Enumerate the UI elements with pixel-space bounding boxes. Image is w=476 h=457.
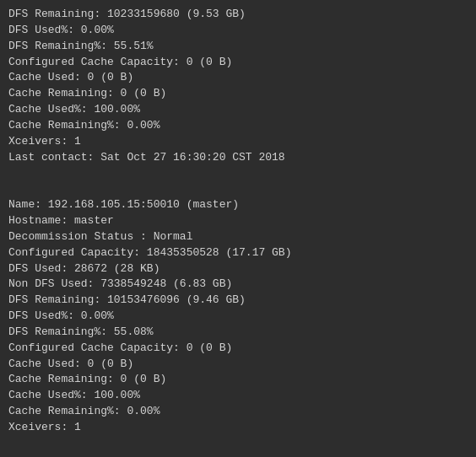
terminal-line: DFS Remaining: 10153476096 (9.46 GB) (8, 293, 468, 309)
empty-line (8, 181, 468, 197)
terminal-line: Cache Remaining: 0 (0 B) (8, 372, 468, 388)
terminal-line: Name: 192.168.105.15:50010 (master) (8, 197, 468, 213)
terminal-line: Last contact: Sat Oct 27 16:30:20 CST 20… (8, 150, 468, 166)
terminal-line: Xceivers: 1 (8, 134, 468, 150)
terminal-line: Cache Remaining%: 0.00% (8, 404, 468, 420)
terminal-line: Cache Remaining: 0 (0 B) (8, 86, 468, 102)
terminal-line: Configured Cache Capacity: 0 (0 B) (8, 341, 468, 357)
terminal-output: DFS Remaining: 10233159680 (9.53 GB)DFS … (0, 0, 476, 457)
terminal-line: Non DFS Used: 7338549248 (6.83 GB) (8, 277, 468, 293)
terminal-line: DFS Used%: 0.00% (8, 309, 468, 325)
terminal-line: Cache Used%: 100.00% (8, 102, 468, 118)
terminal-line: DFS Remaining%: 55.51% (8, 39, 468, 55)
terminal-line: Xceivers: 1 (8, 420, 468, 436)
terminal-line: DFS Used%: 0.00% (8, 23, 468, 39)
terminal-line: Configured Capacity: 18435350528 (17.17 … (8, 245, 468, 261)
terminal-line: Cache Remaining%: 0.00% (8, 118, 468, 134)
terminal-line: DFS Remaining%: 55.08% (8, 325, 468, 341)
empty-line (8, 165, 468, 181)
terminal-line: Hostname: master (8, 213, 468, 229)
terminal-line: Configured Cache Capacity: 0 (0 B) (8, 55, 468, 71)
terminal-line: DFS Used: 28672 (28 KB) (8, 261, 468, 277)
terminal-line: DFS Remaining: 10233159680 (9.53 GB) (8, 7, 468, 23)
terminal-line: Cache Used: 0 (0 B) (8, 70, 468, 86)
terminal-line: Decommission Status : Normal (8, 229, 468, 245)
terminal-line: Cache Used%: 100.00% (8, 388, 468, 404)
terminal-line: Cache Used: 0 (0 B) (8, 357, 468, 373)
